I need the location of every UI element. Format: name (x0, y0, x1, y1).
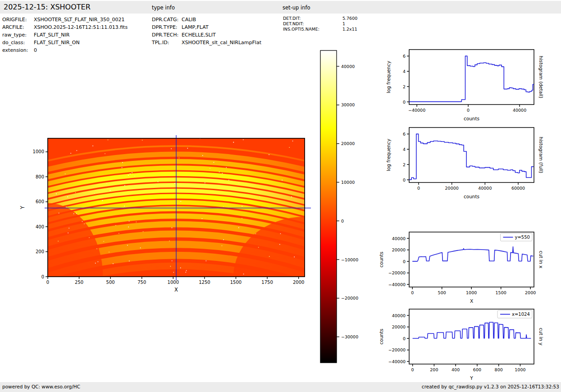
setup-info-heading: set-up info (283, 5, 310, 11)
svg-text:counts: counts (379, 251, 384, 267)
svg-text:40000: 40000 (392, 313, 406, 318)
svg-text:4: 4 (403, 69, 406, 74)
svg-text:0: 0 (403, 336, 406, 341)
svg-text:60000: 60000 (511, 186, 525, 191)
svg-text:−20000: −20000 (388, 347, 406, 352)
svg-text:0: 0 (467, 108, 470, 113)
svg-text:200: 200 (36, 249, 44, 254)
svg-text:1000: 1000 (168, 280, 179, 285)
svg-text:−20000: −20000 (341, 296, 358, 301)
svg-text:−40000: −40000 (408, 108, 425, 113)
svg-text:counts: counts (379, 328, 384, 344)
setup-info-row: DET.NDIT:1 (283, 21, 345, 26)
file-info-key: ORIGFILE: (2, 17, 34, 23)
file-info-row: do_class:FLAT_SLIT_NIR_ON (2, 40, 80, 46)
svg-text:1250: 1250 (199, 280, 210, 285)
svg-text:log frequency: log frequency (386, 139, 391, 171)
svg-text:histogram (detail): histogram (detail) (538, 56, 544, 98)
svg-text:20000: 20000 (392, 324, 406, 329)
svg-text:400: 400 (452, 367, 460, 372)
svg-text:2000: 2000 (525, 290, 536, 295)
svg-text:20000: 20000 (445, 186, 459, 191)
file-info-row: extension:0 (2, 47, 37, 53)
file-info-value: 0 (34, 47, 37, 53)
svg-text:750: 750 (137, 280, 146, 285)
footer-left-text: powered by QC: www.eso.org/HC (2, 384, 80, 389)
page-title: 2025-12-15: XSHOOTER (4, 3, 91, 11)
svg-text:log frequency: log frequency (386, 61, 391, 93)
svg-text:−10000: −10000 (341, 257, 358, 262)
histogram-full-plot: 02000040000600000246countslog frequencyh… (379, 121, 561, 203)
svg-text:1000: 1000 (515, 367, 525, 372)
type-info-row: DPR.TECH:ECHELLE,SLIT (152, 32, 216, 38)
type-info-key: DPR.TYPE: (152, 24, 182, 30)
svg-text:500: 500 (438, 290, 446, 295)
histogram-detail-plot: −400000400000246countslog frequencyhisto… (379, 43, 561, 125)
type-info-key: TPL.ID: (152, 40, 182, 46)
type-info-value: ECHELLE,SLIT (182, 32, 216, 38)
footer-bar: powered by QC: www.eso.org/HC created by… (0, 382, 561, 392)
file-info-row: ORIGFILE:XSHOOTER_SLT_FLAT_NIR_350_0021 (2, 17, 124, 23)
svg-text:40000: 40000 (341, 64, 355, 69)
file-info-key: raw_type: (2, 32, 34, 38)
type-info-row: DPR.TYPE:LAMP,FLAT (152, 24, 209, 30)
svg-text:6: 6 (403, 54, 406, 59)
svg-text:1500: 1500 (230, 280, 242, 285)
file-info-value: XSHOO.2025-12-16T12:51:11.013.fits (34, 24, 128, 30)
type-info-row: TPL.ID:XSHOOTER_slt_cal_NIRLampFlat (152, 40, 261, 46)
svg-text:−20000: −20000 (388, 270, 406, 275)
setup-info-key: DET.NDIT: (283, 21, 342, 26)
file-info-row: raw_type:FLAT_SLIT_NIR (2, 32, 69, 38)
svg-text:20000: 20000 (392, 247, 406, 252)
file-info-value: XSHOOTER_SLT_FLAT_NIR_350_0021 (34, 17, 124, 23)
svg-text:10000: 10000 (341, 180, 355, 185)
svg-text:0: 0 (403, 178, 406, 182)
svg-text:1500: 1500 (496, 290, 506, 295)
cut-in-x-plot: 0500100015002000−40000−2000002000040000X… (379, 225, 561, 307)
file-info-key: ARCFILE: (2, 24, 34, 30)
svg-text:1750: 1750 (261, 280, 273, 285)
svg-text:40000: 40000 (513, 108, 526, 113)
type-info-value: CALIB (182, 17, 196, 23)
svg-text:−40000: −40000 (388, 359, 406, 364)
svg-text:1000: 1000 (33, 149, 44, 154)
svg-text:x=1024: x=1024 (512, 312, 530, 317)
svg-text:800: 800 (495, 367, 503, 372)
setup-info-row: INS.OPTI5.NAME:1.2x11 (283, 27, 357, 32)
svg-text:histogram (full): histogram (full) (538, 137, 544, 173)
svg-text:2000: 2000 (293, 280, 304, 285)
file-info-key: extension: (2, 47, 34, 53)
svg-text:Y: Y (470, 375, 473, 381)
title-bar: 2025-12-15: XSHOOTER type info set-up in… (0, 1, 561, 14)
file-info-row: ARCFILE:XSHOO.2025-12-16T12:51:11.013.fi… (2, 24, 128, 30)
svg-text:500: 500 (106, 280, 115, 285)
svg-text:800: 800 (36, 174, 44, 179)
svg-text:1000: 1000 (466, 290, 477, 295)
type-info-value: LAMP,FLAT (182, 24, 209, 30)
svg-text:−40000: −40000 (388, 282, 406, 287)
file-info-value: FLAT_SLIT_NIR_ON (34, 40, 80, 46)
setup-info-value: 1.2x11 (342, 27, 357, 32)
svg-text:600: 600 (36, 199, 44, 204)
svg-text:400: 400 (36, 224, 44, 229)
setup-info-key: INS.OPTI5.NAME: (283, 27, 342, 32)
svg-text:0: 0 (403, 259, 406, 264)
svg-text:200: 200 (430, 367, 438, 372)
svg-text:−30000: −30000 (341, 334, 358, 339)
svg-text:X: X (174, 287, 178, 293)
svg-text:4: 4 (403, 147, 406, 152)
svg-text:0: 0 (411, 367, 414, 372)
svg-text:0: 0 (411, 290, 414, 295)
svg-text:6: 6 (403, 132, 406, 137)
svg-text:2: 2 (403, 162, 406, 167)
type-info-key: DPR.TECH: (152, 32, 182, 38)
setup-info-value: 5.7600 (342, 16, 357, 21)
svg-text:0: 0 (417, 186, 420, 191)
cut-in-y-plot: 02004006008001000−40000−2000002000040000… (379, 302, 561, 384)
svg-text:2: 2 (403, 84, 406, 89)
main-image-plot: 0250500750100012501500175020000200400600… (18, 131, 315, 294)
svg-text:0: 0 (46, 280, 49, 285)
type-info-value: XSHOOTER_slt_cal_NIRLampFlat (182, 40, 261, 46)
svg-text:600: 600 (473, 367, 481, 372)
svg-text:counts: counts (464, 194, 479, 199)
